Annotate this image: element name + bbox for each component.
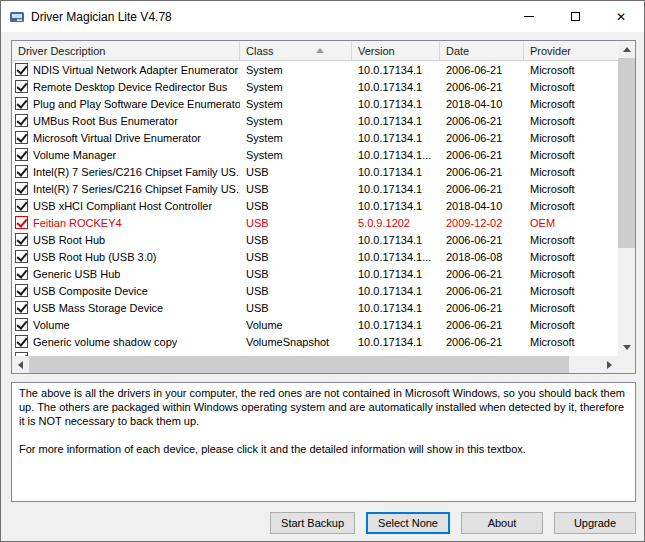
driver-checkbox[interactable] — [15, 165, 28, 178]
column-label: Provider — [530, 45, 571, 57]
driver-class: USB — [240, 166, 352, 178]
driver-checkbox[interactable] — [15, 318, 28, 331]
select-none-button[interactable]: Select None — [366, 512, 450, 534]
driver-class: USB — [240, 183, 352, 195]
horizontal-scroll-thumb[interactable] — [29, 356, 569, 373]
driver-class: VolumeSnapshot — [240, 336, 352, 348]
sort-ascending-icon — [316, 48, 324, 53]
driver-description: Volume Manager — [33, 149, 116, 161]
driver-row[interactable]: Generic USB HubUSB10.0.17134.12006-06-21… — [12, 265, 618, 282]
driver-row[interactable]: Intel(R) 7 Series/C216 Chipset Family US… — [12, 180, 618, 197]
column-header-version[interactable]: Version — [352, 41, 440, 60]
start-backup-button[interactable]: Start Backup — [270, 512, 355, 534]
column-header-class[interactable]: Class — [240, 41, 352, 60]
driver-checkbox[interactable] — [15, 97, 28, 110]
driver-row[interactable]: Plug and Play Software Device Enumerator… — [12, 95, 618, 112]
driver-class: System — [240, 81, 352, 93]
driver-checkbox[interactable] — [15, 148, 28, 161]
vertical-scroll-thumb[interactable] — [618, 58, 635, 248]
driver-version: 10.0.17134.1 — [352, 319, 440, 331]
driver-version: 10.0.17134.1 — [352, 234, 440, 246]
driver-row[interactable]: Feitian ROCKEY4USB5.0.9.12022009-12-02OE… — [12, 214, 618, 231]
info-paragraph: The above is all the drivers in your com… — [19, 386, 628, 428]
driver-class: System — [240, 149, 352, 161]
driver-description-cell: USB Root Hub (USB 3.0) — [12, 250, 240, 263]
driver-version: 10.0.17134.1 — [352, 64, 440, 76]
driver-checkbox[interactable] — [15, 131, 28, 144]
driver-checkbox[interactable] — [15, 199, 28, 212]
driver-date: 2006-06-21 — [440, 268, 524, 280]
driver-row[interactable]: VolumeVolume10.0.17134.12006-06-21Micros… — [12, 316, 618, 333]
driver-description-cell: Volume Manager — [12, 148, 240, 161]
maximize-button[interactable] — [552, 1, 598, 32]
title-bar[interactable]: Driver Magician Lite V4.78 ✕ — [1, 1, 644, 32]
driver-provider: Microsoft — [524, 64, 618, 76]
driver-checkbox[interactable] — [15, 284, 28, 297]
driver-checkbox[interactable] — [15, 63, 28, 76]
driver-description: NDIS Virtual Network Adapter Enumerator — [33, 64, 238, 76]
driver-provider: Microsoft — [524, 81, 618, 93]
driver-row[interactable]: UMBus Root Bus EnumeratorSystem10.0.1713… — [12, 112, 618, 129]
driver-checkbox[interactable] — [15, 301, 28, 314]
info-textbox[interactable]: The above is all the drivers in your com… — [11, 382, 636, 502]
minimize-button[interactable] — [506, 1, 552, 32]
driver-provider: Microsoft — [524, 132, 618, 144]
driver-row[interactable]: NDIS Virtual Network Adapter EnumeratorS… — [12, 61, 618, 78]
driver-checkbox[interactable] — [15, 233, 28, 246]
driver-provider: Microsoft — [524, 115, 618, 127]
upgrade-button[interactable]: Upgrade — [554, 512, 636, 534]
driver-checkbox[interactable] — [15, 250, 28, 263]
driver-row[interactable]: Volume ManagerSystem10.0.17134.1...2006-… — [12, 146, 618, 163]
driver-class: USB — [240, 217, 352, 229]
driver-provider: Microsoft — [524, 268, 618, 280]
column-header-date[interactable]: Date — [440, 41, 524, 60]
driver-row[interactable]: USB Mass Storage DeviceUSB10.0.17134.120… — [12, 299, 618, 316]
vertical-scrollbar[interactable] — [618, 41, 635, 356]
arrow-down-icon — [623, 345, 631, 350]
driver-row[interactable]: USB xHCI Compliant Host ControllerUSB10.… — [12, 197, 618, 214]
driver-provider: Microsoft — [524, 183, 618, 195]
driver-row[interactable]: USB Root Hub (USB 3.0)USB10.0.17134.1...… — [12, 248, 618, 265]
driver-version: 10.0.17134.1 — [352, 268, 440, 280]
driver-checkbox[interactable] — [15, 335, 28, 348]
driver-description: USB Root Hub (USB 3.0) — [33, 251, 157, 263]
horizontal-scrollbar[interactable] — [12, 356, 618, 373]
about-button[interactable]: About — [461, 512, 543, 534]
driver-class: USB — [240, 302, 352, 314]
driver-class: USB — [240, 200, 352, 212]
driver-version: 10.0.17134.1 — [352, 285, 440, 297]
scroll-left-button[interactable] — [12, 356, 29, 373]
driver-checkbox[interactable] — [15, 267, 28, 280]
driver-date: 2006-06-21 — [440, 166, 524, 178]
driver-description-cell: Generic volume shadow copy — [12, 335, 240, 348]
column-header-driver-description[interactable]: Driver Description — [12, 41, 240, 60]
info-paragraph: For more information of each device, ple… — [19, 442, 628, 456]
scroll-down-button[interactable] — [618, 339, 635, 356]
driver-date: 2006-06-21 — [440, 302, 524, 314]
arrow-right-icon — [607, 361, 612, 369]
driver-description: Microsoft Virtual Drive Enumerator — [33, 132, 201, 144]
driver-provider: Microsoft — [524, 285, 618, 297]
driver-provider: Microsoft — [524, 302, 618, 314]
driver-row[interactable]: Microsoft Virtual Drive EnumeratorSystem… — [12, 129, 618, 146]
driver-row[interactable]: USB Root HubUSB10.0.17134.12006-06-21Mic… — [12, 231, 618, 248]
driver-description: USB Composite Device — [33, 285, 148, 297]
column-header-provider[interactable]: Provider — [524, 41, 618, 60]
driver-row[interactable]: Intel(R) 7 Series/C216 Chipset Family US… — [12, 163, 618, 180]
driver-checkbox[interactable] — [15, 216, 28, 229]
driver-row[interactable]: USB Composite DeviceUSB10.0.17134.12006-… — [12, 282, 618, 299]
column-label: Driver Description — [18, 45, 105, 57]
driver-description-cell: Microsoft Virtual Drive Enumerator — [12, 131, 240, 144]
table-header: Driver Description Class Version Date Pr… — [12, 41, 618, 61]
driver-class: USB — [240, 251, 352, 263]
driver-version: 10.0.17134.1 — [352, 132, 440, 144]
scroll-right-button[interactable] — [601, 356, 618, 373]
close-button[interactable]: ✕ — [598, 1, 644, 32]
driver-row[interactable]: Remote Desktop Device Redirector BusSyst… — [12, 78, 618, 95]
driver-description-cell: Generic USB Hub — [12, 267, 240, 280]
driver-checkbox[interactable] — [15, 182, 28, 195]
driver-row[interactable]: Generic volume shadow copyVolumeSnapshot… — [12, 333, 618, 350]
driver-checkbox[interactable] — [15, 80, 28, 93]
scroll-up-button[interactable] — [618, 41, 635, 58]
driver-checkbox[interactable] — [15, 114, 28, 127]
